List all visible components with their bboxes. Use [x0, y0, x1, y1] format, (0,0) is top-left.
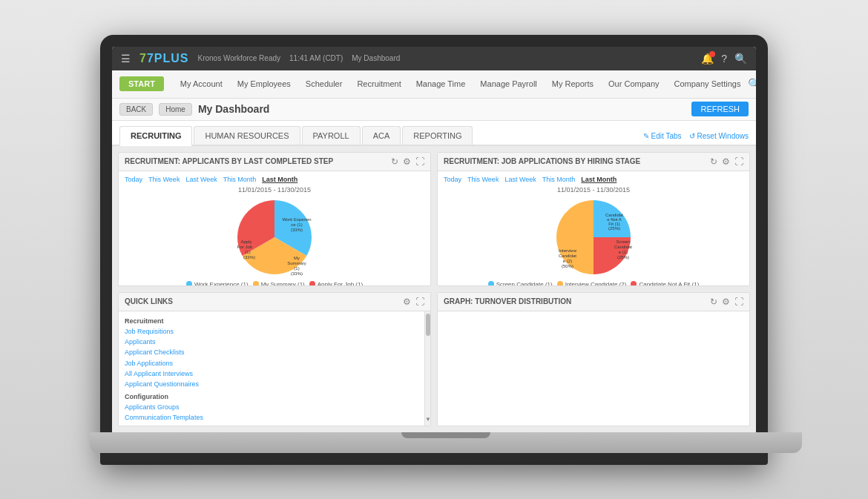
- expand-widget-icon-2[interactable]: ⛶: [734, 156, 743, 167]
- nav-my-reports[interactable]: My Reports: [545, 79, 601, 88]
- nav-my-account[interactable]: My Account: [173, 79, 230, 88]
- ql-job-requisitions[interactable]: Job Requisitions: [125, 326, 418, 337]
- ql-applicants-groups[interactable]: Applicants Groups: [125, 402, 418, 412]
- widget-quick-links-header: QUICK LINKS ⚙ ⛶: [119, 293, 430, 311]
- legend-job-dot-2: [557, 281, 563, 285]
- top-bar: ☰ 77PLUS Kronos Workforce Ready 11:41 AM…: [112, 47, 756, 70]
- back-button[interactable]: BACK: [119, 103, 153, 116]
- svg-text:ce (1): ce (1): [291, 222, 302, 227]
- nav-manage-payroll[interactable]: Manage Payroll: [473, 79, 544, 88]
- reset-windows-link[interactable]: ↺ Reset Windows: [689, 132, 749, 140]
- svg-text:Summary: Summary: [287, 261, 306, 265]
- widget-applicants-body: Today This Week Last Week This Month Las…: [119, 171, 430, 285]
- widget-turnover-title: GRAPH: TURNOVER DISTRIBUTION: [444, 297, 706, 305]
- refresh-widget-icon-4[interactable]: ↻: [710, 297, 717, 307]
- expand-widget-icon-1[interactable]: ⛶: [415, 156, 424, 167]
- period-lastweek-1[interactable]: Last Week: [185, 176, 217, 183]
- quick-links-scrollbar[interactable]: ▲ ▼: [424, 311, 430, 426]
- period-thisweek-2[interactable]: This Week: [467, 176, 499, 183]
- widget-turnover-body: [438, 311, 749, 426]
- notifications-icon[interactable]: 🔔: [701, 53, 714, 65]
- period-thisweek-1[interactable]: This Week: [148, 176, 180, 183]
- svg-text:Work Experien: Work Experien: [282, 217, 311, 222]
- period-today-2[interactable]: Today: [444, 176, 461, 183]
- period-lastweek-2[interactable]: Last Week: [504, 176, 536, 183]
- nav-manage-time[interactable]: Manage Time: [409, 79, 473, 88]
- widget-quick-links-title: QUICK LINKS: [125, 297, 398, 305]
- nav-recruitment[interactable]: Recruitment: [349, 79, 408, 88]
- settings-widget-icon-2[interactable]: ⚙: [722, 156, 730, 167]
- laptop-notch: [401, 432, 490, 438]
- tab-payroll[interactable]: PAYROLL: [302, 126, 361, 145]
- svg-text:(25%): (25%): [608, 226, 620, 231]
- chart-container-1: Work Experien ce (1) (33%) Apply For Job…: [125, 196, 424, 278]
- widget-turnover: GRAPH: TURNOVER DISTRIBUTION ↻ ⚙ ⛶: [437, 292, 750, 426]
- notification-dot: [709, 51, 715, 57]
- logo: 77PLUS: [139, 52, 188, 65]
- ql-job-applications[interactable]: Job Applications: [125, 358, 418, 369]
- nav-our-company[interactable]: Our Company: [601, 79, 666, 88]
- svg-text:(33%): (33%): [243, 255, 255, 260]
- refresh-widget-icon-2[interactable]: ↻: [710, 156, 717, 167]
- dashboard-link[interactable]: My Dashboard: [352, 54, 400, 62]
- legend-item-2: My Summary (1): [253, 281, 305, 285]
- pie-chart-1: Work Experien ce (1) (33%) Apply For Job…: [226, 196, 323, 278]
- settings-widget-icon-4[interactable]: ⚙: [722, 297, 730, 307]
- reset-icon: ↺: [689, 132, 695, 140]
- settings-widget-icon-3[interactable]: ⚙: [403, 297, 411, 307]
- period-thismonth-1[interactable]: This Month: [223, 176, 257, 183]
- nav-company-settings[interactable]: Company Settings: [667, 79, 749, 88]
- nav-my-employees[interactable]: My Employees: [230, 79, 298, 88]
- period-today-1[interactable]: Today: [125, 176, 142, 183]
- edit-icon: ✎: [643, 132, 649, 140]
- period-selector-1: Today This Week Last Week This Month Las…: [125, 176, 424, 183]
- start-button[interactable]: START: [119, 76, 164, 91]
- nav-bar: START My Account My Employees Scheduler …: [112, 70, 756, 99]
- ql-applicant-checklists[interactable]: Applicant Checklists: [125, 347, 418, 357]
- legend-dot-3: [309, 281, 315, 285]
- svg-text:e (2): e (2): [563, 259, 572, 263]
- ql-all-applicant-interviews[interactable]: All Applicant Interviews: [125, 369, 418, 379]
- chart-container-2: Candidat e Not A Fit (1) (25%) Screen Ca…: [444, 196, 743, 278]
- settings-widget-icon-1[interactable]: ⚙: [403, 156, 411, 167]
- scroll-down-arrow[interactable]: ▼: [425, 415, 430, 424]
- ql-applicants[interactable]: Applicants: [125, 337, 418, 347]
- ql-applicant-questionnaires[interactable]: Applicant Questionnaires: [125, 379, 418, 389]
- edit-tabs-link[interactable]: ✎ Edit Tabs: [643, 132, 682, 140]
- period-lastmonth-2[interactable]: Last Month: [581, 176, 617, 183]
- legend-item-1: Work Experience (1): [186, 281, 249, 285]
- tab-reporting[interactable]: REPORTING: [402, 126, 473, 145]
- hamburger-icon[interactable]: ☰: [121, 53, 131, 65]
- legend-2: Screen Candidate (1) Interview Candidate…: [444, 281, 743, 285]
- help-icon[interactable]: ?: [721, 53, 727, 65]
- period-thismonth-2[interactable]: This Month: [542, 176, 576, 183]
- scroll-thumb[interactable]: [426, 314, 430, 336]
- home-button[interactable]: Home: [159, 103, 192, 116]
- nav-scheduler[interactable]: Scheduler: [298, 79, 350, 88]
- tab-aca[interactable]: ACA: [362, 126, 401, 145]
- tab-human-resources[interactable]: HUMAN RESOURCES: [194, 126, 300, 145]
- refresh-button[interactable]: REFRESH: [691, 102, 749, 116]
- widget-job-applications: RECRUITMENT: JOB APPLICATIONS BY HIRING …: [437, 152, 750, 286]
- legend-job-dot-1: [488, 281, 494, 285]
- widget-quick-links: QUICK LINKS ⚙ ⛶ Recruitment Job Requisit…: [118, 292, 431, 426]
- expand-widget-icon-4[interactable]: ⛶: [734, 297, 743, 307]
- widget-applicants-by-step: RECRUITMENT: APPLICANTS BY LAST COMPLETE…: [118, 152, 431, 286]
- period-lastmonth-1[interactable]: Last Month: [262, 176, 297, 183]
- svg-text:(1): (1): [245, 250, 250, 254]
- widget-applicants-title: RECRUITMENT: APPLICANTS BY LAST COMPLETE…: [125, 157, 387, 165]
- tab-actions: ✎ Edit Tabs ↺ Reset Windows: [643, 132, 749, 145]
- tab-recruiting[interactable]: RECRUITING: [119, 126, 192, 146]
- quick-links-container: Recruitment Job Requisitions Applicants …: [119, 311, 430, 426]
- legend-dot-2: [253, 281, 259, 285]
- main-content: RECRUITMENT: APPLICANTS BY LAST COMPLETE…: [112, 146, 756, 432]
- ql-communication-templates[interactable]: Communication Templates: [125, 412, 418, 423]
- refresh-widget-icon-1[interactable]: ↻: [391, 156, 398, 167]
- legend-job-1: Screen Candidate (1): [488, 281, 553, 285]
- expand-widget-icon-3[interactable]: ⛶: [415, 297, 424, 307]
- nav-search-icon[interactable]: 🔍: [748, 78, 756, 90]
- legend-job-2: Interview Candidate (2): [557, 281, 627, 285]
- widget-turnover-header: GRAPH: TURNOVER DISTRIBUTION ↻ ⚙ ⛶: [438, 293, 749, 311]
- search-icon-top[interactable]: 🔍: [734, 53, 747, 65]
- date-range-2: 11/01/2015 - 11/30/2015: [444, 186, 743, 194]
